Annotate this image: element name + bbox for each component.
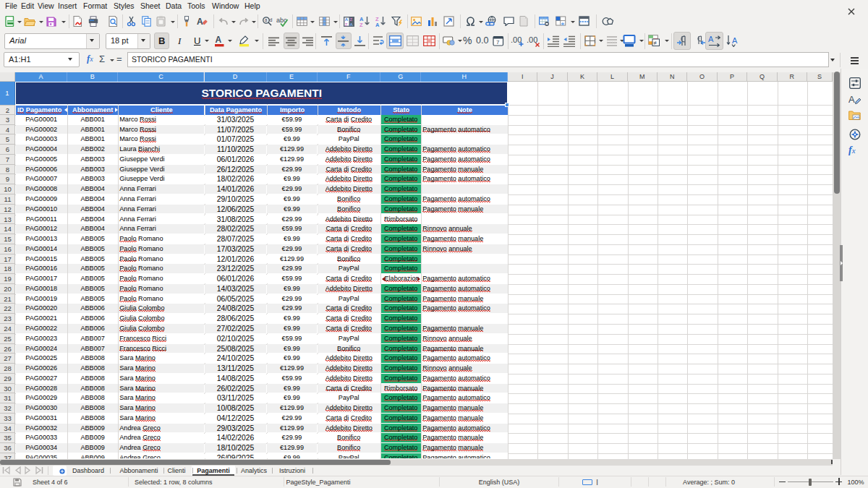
svg-text:A: A (216, 35, 222, 45)
svg-text:.00: .00 (511, 35, 522, 44)
svg-text:A: A (848, 94, 855, 105)
svg-text:d: d (270, 17, 273, 22)
svg-text:A: A (197, 17, 203, 27)
svg-text:Z: Z (359, 22, 363, 27)
svg-text:Z: Z (350, 17, 353, 22)
svg-text:A: A (345, 17, 349, 22)
svg-text:7: 7 (496, 39, 500, 46)
svg-text:a: a (265, 17, 268, 22)
svg-text:≠: ≠ (654, 40, 658, 46)
svg-text:A: A (708, 35, 714, 43)
svg-text:Z: Z (345, 22, 348, 27)
svg-text:A: A (732, 36, 738, 45)
svg-text:A: A (375, 22, 380, 27)
svg-text:A: A (350, 22, 354, 27)
